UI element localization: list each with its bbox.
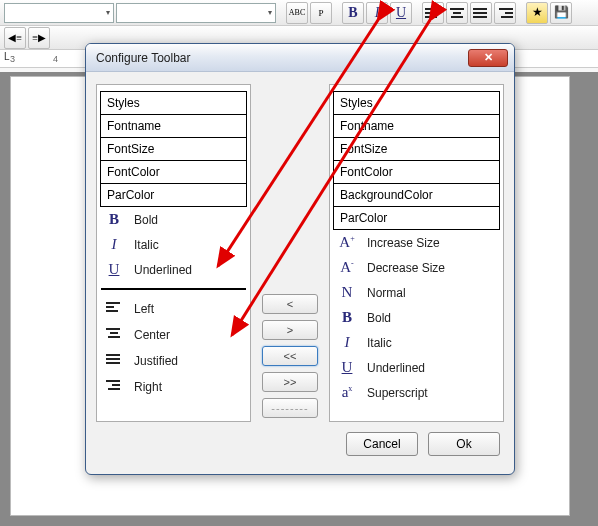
bold-icon: B	[337, 309, 357, 326]
list-item-justified[interactable]: Justified	[100, 348, 247, 374]
align-center-button[interactable]	[446, 2, 468, 24]
indent-icon: ≡▶	[32, 32, 46, 43]
align-left-icon	[104, 300, 124, 318]
underline-icon: U	[337, 359, 357, 376]
indent-button[interactable]: ≡▶	[28, 27, 50, 49]
normal-icon: N	[337, 284, 357, 301]
close-button[interactable]: ✕	[468, 49, 508, 67]
align-justify-icon	[104, 352, 124, 370]
outdent-icon: ◀≡	[8, 32, 22, 43]
list-item-increase-size[interactable]: A+Increase Size	[333, 230, 500, 255]
list-item-superscript[interactable]: axSuperscript	[333, 380, 500, 405]
star-button[interactable]: ★	[526, 2, 548, 24]
align-center-icon	[104, 326, 124, 344]
list-item-italic[interactable]: IItalic	[100, 232, 247, 257]
star-icon: ★	[532, 5, 543, 20]
dialog-title: Configure Toolbar	[96, 51, 468, 65]
save-icon: 💾	[554, 5, 569, 20]
move-right-button[interactable]: >	[262, 320, 318, 340]
underline-icon: U	[104, 261, 124, 278]
dialog-titlebar[interactable]: Configure Toolbar ✕	[86, 44, 514, 72]
move-buttons-column: < > << >> --------	[251, 84, 329, 418]
abc-spellcheck-button[interactable]: ABC	[286, 2, 308, 24]
italic-icon: I	[337, 334, 357, 351]
italic-icon: I	[104, 236, 124, 253]
list-item[interactable]: Styles	[333, 91, 500, 115]
list-item[interactable]: Fontname	[333, 115, 500, 138]
move-all-left-button[interactable]: <<	[262, 346, 318, 366]
separator	[101, 288, 246, 290]
separator-button[interactable]: --------	[262, 398, 318, 418]
ok-button[interactable]: Ok	[428, 432, 500, 456]
list-item-right[interactable]: Right	[100, 374, 247, 400]
chevron-down-icon: ▾	[268, 8, 272, 17]
increase-size-icon: A+	[337, 234, 357, 251]
underline-button[interactable]: U	[390, 2, 412, 24]
main-toolbar: ▾ ▾ ABC P B I U ★ 💾	[0, 0, 598, 26]
list-item[interactable]: Fontname	[100, 115, 247, 138]
current-toolbar-list[interactable]: Styles Fontname FontSize FontColor ParCo…	[96, 84, 251, 422]
list-item-bold[interactable]: BBold	[100, 207, 247, 232]
list-item[interactable]: ParColor	[333, 207, 500, 230]
move-all-right-button[interactable]: >>	[262, 372, 318, 392]
list-item[interactable]: ParColor	[100, 184, 247, 207]
paragraph-button[interactable]: P	[310, 2, 332, 24]
list-item[interactable]: Styles	[100, 91, 247, 115]
italic-button[interactable]: I	[366, 2, 388, 24]
bold-icon: B	[104, 211, 124, 228]
chevron-down-icon: ▾	[106, 8, 110, 17]
ruler-marker: L	[4, 51, 10, 62]
move-left-button[interactable]: <	[262, 294, 318, 314]
cancel-button[interactable]: Cancel	[346, 432, 418, 456]
list-item-decrease-size[interactable]: A-Decrease Size	[333, 255, 500, 280]
save-button[interactable]: 💾	[550, 2, 572, 24]
align-right-icon	[104, 378, 124, 396]
style-combo[interactable]: ▾	[4, 3, 114, 23]
list-item-underlined[interactable]: UUnderlined	[100, 257, 247, 282]
list-item[interactable]: FontColor	[100, 161, 247, 184]
app-window: ▾ ▾ ABC P B I U ★ 💾 ◀≡ ≡▶ L 345678910111…	[0, 0, 598, 526]
align-justify-button[interactable]	[470, 2, 492, 24]
list-item-center[interactable]: Center	[100, 322, 247, 348]
list-item[interactable]: FontColor	[333, 161, 500, 184]
available-items-list[interactable]: Styles Fontname FontSize FontColor Backg…	[329, 84, 504, 422]
list-item[interactable]: FontSize	[100, 138, 247, 161]
list-item-normal[interactable]: NNormal	[333, 280, 500, 305]
superscript-icon: ax	[337, 384, 357, 401]
list-item-italic[interactable]: IItalic	[333, 330, 500, 355]
close-icon: ✕	[484, 51, 493, 64]
list-item-bold[interactable]: BBold	[333, 305, 500, 330]
bold-button[interactable]: B	[342, 2, 364, 24]
decrease-size-icon: A-	[337, 259, 357, 276]
list-item-left[interactable]: Left	[100, 296, 247, 322]
configure-toolbar-dialog: Configure Toolbar ✕ Styles Fontname Font…	[85, 43, 515, 475]
dialog-footer: Cancel Ok	[86, 424, 514, 456]
list-item[interactable]: FontSize	[333, 138, 500, 161]
dialog-body: Styles Fontname FontSize FontColor ParCo…	[86, 72, 514, 424]
list-item[interactable]: BackgroundColor	[333, 184, 500, 207]
list-item-underlined[interactable]: UUnderlined	[333, 355, 500, 380]
align-left-button[interactable]	[422, 2, 444, 24]
font-combo[interactable]: ▾	[116, 3, 276, 23]
align-right-button[interactable]	[494, 2, 516, 24]
outdent-button[interactable]: ◀≡	[4, 27, 26, 49]
